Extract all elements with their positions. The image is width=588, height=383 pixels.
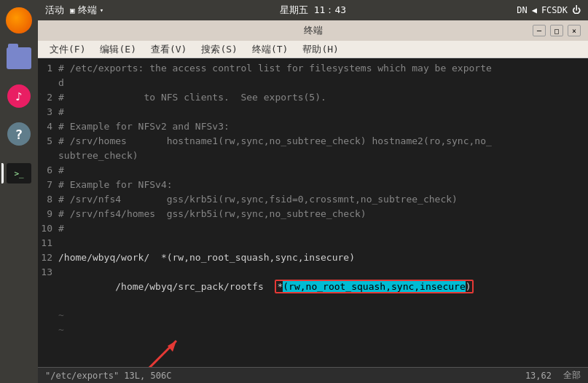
- tray-fcsdk: FCSDK: [541, 5, 568, 15]
- menu-search[interactable]: 搜索(S): [195, 42, 243, 58]
- system-tray: DN ◀ FCSDK ⏻: [517, 5, 581, 15]
- menu-help[interactable]: 帮助(H): [297, 42, 344, 58]
- editor-area: 1 # /etc/exports: the access control lis…: [38, 58, 588, 383]
- close-button[interactable]: ×: [568, 25, 581, 36]
- table-row: 9 # /srv/nfs4/homes gss/krb5i(rw,sync,no…: [38, 207, 588, 221]
- tilde-line: ~: [38, 308, 588, 323]
- table-row: 7 # Example for NFSv4:: [38, 178, 588, 192]
- terminal-icon: >_: [7, 163, 31, 183]
- table-row: 8 # /srv/nfs4 gss/krb5i(rw,sync,fsid=0,c…: [38, 192, 588, 207]
- maximize-button[interactable]: □: [550, 25, 563, 36]
- tilde-line: ~: [38, 323, 588, 337]
- terminal-titlebar: 终端 ─ □ ×: [38, 20, 588, 41]
- taskbar-item-sound[interactable]: ♪: [1, 79, 36, 114]
- taskbar-item-files[interactable]: [1, 41, 36, 76]
- firefox-icon: [6, 7, 32, 33]
- arrow-area: [38, 337, 588, 368]
- terminal-label-top: ▣ 终端 ▾: [70, 4, 103, 17]
- table-row: 5 # /srv/homes hostname1(rw,sync,no_subt…: [38, 134, 588, 149]
- table-row: 4 # Example for NFSv2 and NFSv3:: [38, 119, 588, 134]
- table-row: d: [38, 76, 588, 90]
- editor-content[interactable]: 1 # /etc/exports: the access control lis…: [38, 58, 588, 367]
- line-13-highlighted: 13 /home/wbyq/src_pack/rootfs *(rw,no_ro…: [38, 265, 588, 308]
- taskbar-item-terminal[interactable]: >_: [1, 156, 36, 191]
- status-right: 13,62 全部: [525, 369, 581, 382]
- table-row: 6 #: [38, 163, 588, 178]
- help-icon: ?: [7, 122, 31, 146]
- tray-dn: DN: [517, 5, 527, 15]
- tray-sep: ◀: [532, 5, 537, 15]
- files-icon: [7, 47, 31, 69]
- menu-bar: 文件(F) 编辑(E) 查看(V) 搜索(S) 终端(T) 帮助(H): [38, 41, 588, 58]
- clock: 星期五 11：43: [280, 4, 346, 17]
- status-position: 13,62: [525, 371, 552, 381]
- activities-label[interactable]: 活动: [45, 4, 64, 17]
- table-row: 12 /home/wbyq/work/ *(rw,no_root_squash,…: [38, 250, 588, 265]
- status-filename: "/etc/exports" 13L, 506C: [45, 371, 171, 381]
- table-row: 10 #: [38, 221, 588, 236]
- table-row: 1 # /etc/exports: the access control lis…: [38, 61, 588, 76]
- table-row: 3 #: [38, 105, 588, 119]
- status-bar: "/etc/exports" 13L, 506C 13,62 全部: [38, 367, 588, 383]
- taskbar: ♪ ? >_: [0, 0, 38, 383]
- table-row: 11: [38, 236, 588, 250]
- top-bar-left: 活动 ▣ 终端 ▾: [45, 4, 103, 17]
- highlight-cyan: (rw,no_root_squash,sync,insecure: [283, 281, 465, 292]
- sound-icon: ♪: [7, 84, 31, 108]
- svg-marker-1: [168, 341, 176, 352]
- menu-view[interactable]: 查看(V): [145, 42, 192, 58]
- annotation-arrow: [125, 330, 213, 368]
- menu-terminal[interactable]: 终端(T): [246, 42, 294, 58]
- line-13-prefix: /home/wbyq/src_pack/rootfs: [115, 281, 275, 292]
- minimize-button[interactable]: ─: [533, 25, 546, 36]
- status-view: 全部: [563, 369, 581, 382]
- table-row: subtree_check): [38, 149, 588, 163]
- window-controls: ─ □ ×: [533, 25, 581, 36]
- line-13-boxed: *(rw,no_root_squash,sync,insecure): [275, 280, 473, 293]
- terminal-window: 终端 ─ □ × 文件(F) 编辑(E) 查看(V) 搜索(S) 终端(T) 帮…: [38, 20, 588, 383]
- tray-power: ⏻: [572, 5, 581, 15]
- taskbar-item-firefox[interactable]: [1, 3, 36, 38]
- terminal-title: 终端: [304, 24, 323, 37]
- menu-file[interactable]: 文件(F): [44, 42, 91, 58]
- table-row: 2 # to NFS clients. See exports(5).: [38, 90, 588, 105]
- menu-edit[interactable]: 编辑(E): [94, 42, 141, 58]
- top-bar: 活动 ▣ 终端 ▾ 星期五 11：43 DN ◀ FCSDK ⏻: [38, 0, 588, 20]
- taskbar-item-help[interactable]: ?: [1, 117, 36, 151]
